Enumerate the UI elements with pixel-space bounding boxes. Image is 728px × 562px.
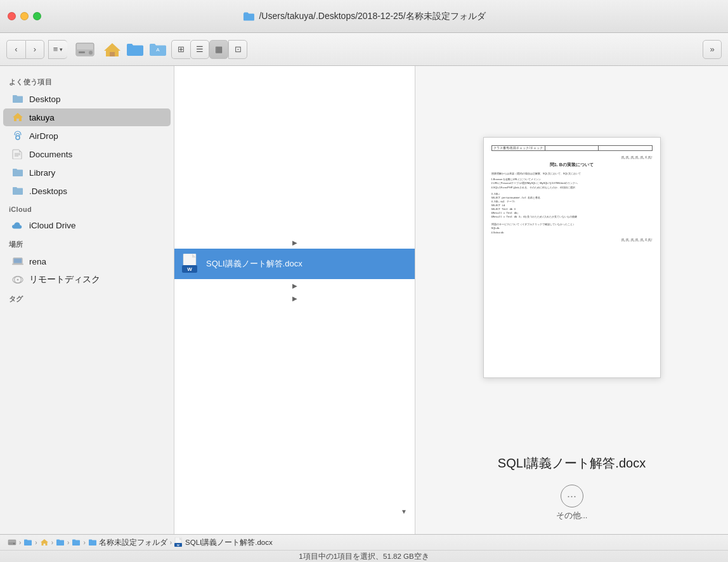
more-button[interactable]: » [703,40,722,59]
file-name: SQLI講義ノート解答.docx [206,258,302,270]
breadcrumb-folder2-icon [56,539,65,546]
breadcrumb-drive-icon [8,539,16,546]
icon-view-icon: ⊞ [178,44,185,54]
breadcrumb-arrow-2: › [35,539,37,546]
doc-code-block: 3.SQL: SELECT personnummer.txt 名前と番名 4.S… [491,192,653,219]
remote-disk-label: リモートディスク [29,274,100,285]
view-list-button[interactable]: ≡ ▾ [48,40,67,59]
status-text: 1項目中の1項目を選択、51.82 GB空き [299,552,429,561]
view-list-button-group: ≡ ▾ [48,40,67,59]
svg-point-8 [16,136,20,140]
nav-applications-icon[interactable]: A [148,42,167,57]
forward-button[interactable]: › [25,40,44,59]
sidebar-item-remote-disk[interactable]: リモートディスク [3,271,171,289]
maximize-button[interactable] [33,12,41,20]
sidebar-item-rena[interactable]: rena [3,252,171,270]
hard-drive-icon[interactable] [74,38,96,61]
breadcrumb-folder-2[interactable] [56,539,65,546]
desktop-folder-icon [12,93,23,105]
sidebar-item-desktop[interactable]: Desktop [3,90,171,108]
sidebar-section-favorites: よく使う項目 [0,72,174,89]
svg-marker-24 [41,539,48,546]
svg-marker-7 [13,113,23,121]
airdrop-label: AirDrop [29,131,58,141]
column-view-button[interactable]: ▦ [209,40,228,59]
word-doc-icon: W [182,254,200,274]
doc-page-num: 氏, 氏, 氏, 氏, 氏, F, 氏! [491,156,653,159]
breadcrumb-file-label: SQLI講義ノート解答.docx [185,538,273,547]
svg-text:W: W [177,544,179,547]
list-icon: ≡ [53,44,58,54]
scroll-up-arrow[interactable]: ▶ [174,236,415,249]
breadcrumb-drive[interactable] [8,539,16,546]
doc-body: 授業理解からは承認（選択)の場合は正解案、SQL文において、SQL文において 1… [491,172,653,190]
nav-folder-blue-icon[interactable] [126,42,145,57]
icon-view-button[interactable]: ⊞ [171,40,190,59]
status-bar: 1項目中の1項目を選択、51.82 GB空き [0,551,728,562]
sidebar-section-tags: タグ [0,289,174,306]
documents-icon [12,148,23,160]
icloud-drive-icon [12,219,23,231]
sidebar-item-takuya[interactable]: takuya [3,108,171,126]
more-options-button[interactable]: ··· [561,485,583,507]
toolbar: ‹ › ≡ ▾ A ⊞ ☰ ▦ [0,33,728,66]
bottom-bar: › › › › › 名称未 [0,534,728,562]
list-view-button[interactable]: ☰ [190,40,209,59]
column-view-icon: ▦ [215,44,223,54]
doc-body-2: 問題のサービスについて（イダブルクリックで確認していなかったこと） SQLdb:… [491,223,653,235]
breadcrumb-folder-1[interactable] [23,539,32,546]
breadcrumb-word-icon: W [174,537,183,547]
breadcrumb-home[interactable] [40,539,49,546]
breadcrumb-folder-3[interactable] [72,539,81,546]
ellipsis-icon: ··· [567,490,576,503]
doc-header-box: クラス番号/名前チェック/チェック [491,145,653,151]
breadcrumb-folder1-icon [23,539,32,546]
cover-flow-icon: ⊡ [235,44,242,54]
svg-point-17 [17,279,19,281]
breadcrumb-arrow-4: › [67,539,69,546]
breadcrumb-folder3-icon [72,539,81,546]
rena-label: rena [29,257,46,266]
preview-more-section: ··· その他... [556,478,588,534]
scroll-down-arrow-2[interactable]: ▶ [174,292,415,304]
rena-laptop-icon [12,256,23,267]
preview-filename: SQLI講義ノート解答.docx [485,448,658,478]
svg-rect-3 [79,51,85,53]
sidebar-item-library[interactable]: Library [3,164,171,181]
empty-space-above [174,66,415,236]
view-mode-group: ⊞ ☰ ▦ ⊡ [171,40,247,59]
main-container: よく使う項目 Desktop takuya [0,66,728,534]
breadcrumb-file[interactable]: W SQLI講義ノート解答.docx [174,537,273,547]
home-icon[interactable] [103,41,122,58]
doc-section-title: 問1. Bの実装について [491,162,653,168]
file-item-docx[interactable]: W SQLI講義ノート解答.docx [174,249,415,279]
remote-disk-icon [12,274,23,285]
sidebar-item-icloud-drive[interactable]: iCloud Drive [3,216,171,234]
airdrop-icon [12,130,23,141]
sidebar-item-documents[interactable]: Documents [3,145,171,163]
sidebar-item-desktops[interactable]: .Desktops [3,182,171,200]
minimize-button[interactable] [20,12,29,20]
svg-text:A: A [156,47,160,53]
back-button[interactable]: ‹ [6,40,25,59]
sidebar-item-airdrop[interactable]: AirDrop [3,127,171,145]
library-folder-icon [12,167,23,178]
breadcrumb-named-folder[interactable]: 名称未設定フォルダ [88,538,167,547]
content-area: ▶ W SQLI講義ノート解答.docx ▶ ▶ ▼ クラス番号 [174,66,728,534]
scroll-down-arrow-1[interactable]: ▶ [174,279,415,292]
takuya-home-icon [12,112,23,123]
breadcrumb-arrow-3: › [51,539,53,546]
breadcrumb-arrow-6: › [170,539,172,546]
breadcrumb-arrow-1: › [19,539,21,546]
svg-rect-13 [14,259,22,263]
cover-flow-button[interactable]: ⊡ [228,40,247,59]
preview-image-container: クラス番号/名前チェック/チェック 氏, 氏, 氏, 氏, 氏, F, 氏! 問… [415,66,728,448]
traffic-lights [8,12,41,20]
bottom-space [174,304,415,317]
more-label[interactable]: その他... [556,510,588,521]
close-button[interactable] [8,12,16,20]
breadcrumb-bar: › › › › › 名称未 [0,535,728,551]
sidebar-section-icloud: iCloud [0,200,174,216]
sidebar: よく使う項目 Desktop takuya [0,66,174,534]
bottom-scroll-arrow[interactable]: ▼ [401,508,407,515]
